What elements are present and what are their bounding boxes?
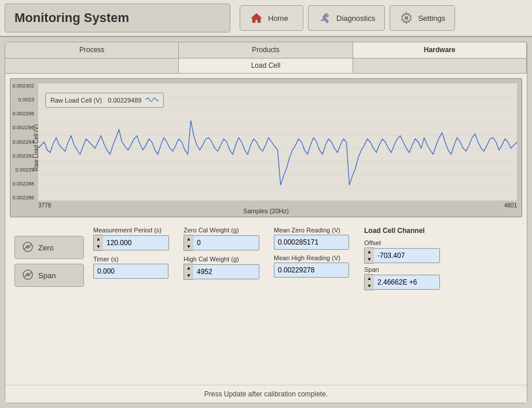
- header-nav: Home Diagnostics Settings: [240, 5, 455, 31]
- tab-process[interactable]: Process: [5, 42, 179, 58]
- chart-container: Raw Load Cell (V) 0.002302 0.0023 0.0022…: [10, 78, 522, 217]
- span-button[interactable]: Span: [14, 264, 84, 287]
- zero-label: Zero: [38, 243, 54, 252]
- timer-label: Timer (s): [93, 256, 174, 263]
- spinner-btns-high: ▲ ▼: [184, 264, 193, 280]
- form-col-2: Zero Cal Weight (g) ▲ ▼ High Cal Weight …: [184, 227, 265, 380]
- gear-icon: [399, 11, 413, 25]
- y-tick-0: 0.002302: [12, 83, 34, 89]
- spinner-up-zero[interactable]: ▲: [184, 235, 193, 243]
- offset-label: Offset: [364, 239, 451, 246]
- mean-high-input[interactable]: [274, 263, 349, 278]
- mean-zero-input[interactable]: [274, 235, 349, 250]
- spinner-down-span[interactable]: ▼: [365, 282, 374, 290]
- chart-badge: Raw Load Cell (V) 0.00229489: [45, 93, 164, 108]
- svg-marker-0: [251, 13, 262, 23]
- zero-icon: [22, 241, 34, 254]
- high-cal-spinner: ▲ ▼: [184, 264, 265, 280]
- spinner-up-high[interactable]: ▲: [184, 264, 193, 272]
- spinner-up-span[interactable]: ▲: [365, 275, 374, 282]
- y-tick-8: 0.002286: [12, 195, 34, 201]
- status-bar: Press Update after calibration complete.: [5, 385, 527, 403]
- mean-zero-label: Mean Zero Reading (V): [274, 227, 355, 234]
- app-title: Monitoring System: [5, 3, 230, 32]
- y-tick-6: 0.00229: [15, 167, 34, 173]
- spinner-up-period[interactable]: ▲: [94, 235, 103, 243]
- svg-point-2: [405, 16, 408, 20]
- spinner-up-offset[interactable]: ▲: [365, 248, 374, 256]
- channel-title: Load Cell Channel: [364, 227, 451, 235]
- wrench-icon: [318, 11, 332, 25]
- spinner-btns-zero: ▲ ▼: [184, 235, 193, 251]
- y-tick-4: 0.002294: [12, 140, 34, 145]
- mean-high-label: Mean High Reading (V): [274, 254, 355, 261]
- span-channel-label: Span: [364, 266, 451, 273]
- x-axis-max: 4801: [504, 202, 517, 209]
- main-panel: Process Products Hardware Load Cell Raw …: [5, 42, 527, 403]
- spinner-down-high[interactable]: ▼: [184, 272, 193, 279]
- status-message: Press Update after calibration complete.: [204, 390, 328, 398]
- zero-cal-label: Zero Cal Weight (g): [184, 227, 265, 234]
- y-tick-2: 0.002298: [12, 111, 34, 116]
- timer-group: Timer (s): [93, 256, 174, 279]
- x-axis-min: 3778: [38, 202, 51, 209]
- tabs-row-2: Load Cell: [5, 59, 527, 74]
- spinner-btns-period: ▲ ▼: [93, 235, 103, 251]
- nav-settings-button[interactable]: Settings: [390, 5, 455, 31]
- zero-cal-group: Zero Cal Weight (g) ▲ ▼: [184, 227, 265, 251]
- zero-button[interactable]: Zero: [14, 236, 84, 259]
- wave-icon: [145, 95, 159, 105]
- tab2-1[interactable]: [5, 59, 179, 73]
- nav-diagnostics-label: Diagnostics: [336, 14, 375, 23]
- span-channel-spinner: ▲ ▼: [364, 274, 451, 290]
- nav-settings-label: Settings: [418, 14, 445, 23]
- y-axis-ticks: 0.002302 0.0023 0.002298 0.002296 0.0022…: [10, 83, 36, 201]
- y-tick-1: 0.0023: [18, 97, 34, 103]
- high-cal-label: High Cal Weight (g): [184, 256, 265, 263]
- zero-cal-spinner: ▲ ▼: [184, 235, 265, 251]
- y-tick-5: 0.002292: [12, 154, 34, 159]
- measurement-period-label: Measurement Period (s): [93, 227, 174, 234]
- span-channel-input[interactable]: [374, 275, 440, 290]
- form-col-3: Mean Zero Reading (V) Mean High Reading …: [274, 227, 355, 380]
- chart-badge-value: 0.00229489: [108, 97, 141, 104]
- form-groups: Measurement Period (s) ▲ ▼ Timer (s): [93, 227, 518, 380]
- span-channel-group: Span ▲ ▼: [364, 266, 451, 290]
- high-cal-group: High Cal Weight (g) ▲ ▼: [184, 256, 265, 280]
- nav-home-label: Home: [268, 14, 288, 23]
- mean-high-group: Mean High Reading (V): [274, 254, 355, 278]
- home-icon: [250, 11, 263, 25]
- y-tick-3: 0.002296: [12, 125, 34, 130]
- span-icon: [22, 269, 34, 282]
- zero-cal-input[interactable]: [193, 235, 259, 250]
- header: Monitoring System Home Diagnostics: [0, 0, 532, 37]
- offset-spinner: ▲ ▼: [364, 247, 451, 264]
- measurement-period-spinner: ▲ ▼: [93, 235, 174, 251]
- tabs-row-1: Process Products Hardware: [5, 42, 527, 59]
- spinner-down-offset[interactable]: ▼: [365, 256, 374, 263]
- tab-hardware[interactable]: Hardware: [353, 42, 527, 58]
- spinner-down-period[interactable]: ▼: [94, 243, 103, 250]
- measurement-period-group: Measurement Period (s) ▲ ▼: [93, 227, 174, 251]
- x-axis-label: Samples (20Hz): [243, 207, 289, 214]
- y-tick-7: 0.002288: [12, 181, 34, 187]
- controls-area: Zero Span Measurement Period (s): [5, 222, 527, 385]
- tab2-3[interactable]: [353, 59, 527, 73]
- offset-input[interactable]: [374, 248, 440, 263]
- tab-products[interactable]: Products: [179, 42, 353, 58]
- measurement-period-input[interactable]: [103, 235, 169, 250]
- span-label: Span: [38, 271, 56, 280]
- nav-home-button[interactable]: Home: [240, 5, 303, 31]
- timer-input[interactable]: [93, 264, 168, 279]
- zero-span-col: Zero Span: [14, 227, 84, 380]
- form-col-1: Measurement Period (s) ▲ ▼ Timer (s): [93, 227, 174, 380]
- offset-group: Offset ▲ ▼: [364, 239, 451, 264]
- high-cal-input[interactable]: [193, 264, 259, 279]
- channel-col: Load Cell Channel Offset ▲ ▼ Span: [364, 227, 451, 380]
- spinner-btns-span: ▲ ▼: [364, 274, 374, 290]
- chart-badge-label: Raw Load Cell (V): [50, 97, 102, 104]
- tab2-loadcell[interactable]: Load Cell: [179, 59, 353, 73]
- nav-diagnostics-button[interactable]: Diagnostics: [308, 5, 385, 31]
- spinner-btns-offset: ▲ ▼: [364, 247, 374, 264]
- spinner-down-zero[interactable]: ▼: [184, 243, 193, 250]
